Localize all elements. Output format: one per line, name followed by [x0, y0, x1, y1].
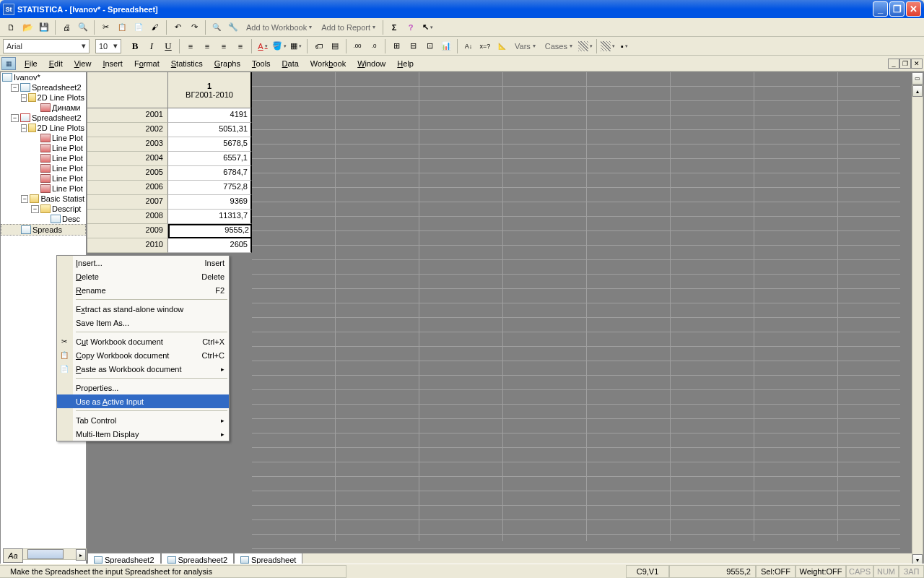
align-right-button[interactable]: [216, 38, 232, 54]
tree-item[interactable]: −Descript: [1, 204, 86, 214]
cm-save-as[interactable]: Save Item As...: [57, 316, 229, 329]
mdi-icon[interactable]: ▦: [1, 57, 16, 70]
tree-root[interactable]: Ivanov*: [1, 72, 86, 82]
decimals-inc-button[interactable]: .00: [349, 38, 365, 54]
tree-item[interactable]: Line Plot: [1, 133, 86, 143]
mdi-close-button[interactable]: ✕: [911, 59, 923, 69]
menu-workbook[interactable]: Workbook: [305, 57, 352, 70]
decimals-dec-button[interactable]: .0: [366, 38, 382, 54]
menu-edit[interactable]: Edit: [43, 57, 69, 70]
vertical-scrollbar[interactable]: ▴ ▾: [912, 85, 923, 566]
add-to-workbook-button[interactable]: Add to Workbook▾: [242, 20, 316, 35]
row-header[interactable]: 2002: [87, 123, 168, 137]
tree-item[interactable]: Line Plot: [1, 184, 86, 194]
row-header[interactable]: 2005: [87, 166, 168, 181]
insert-object-button[interactable]: 📊: [438, 38, 454, 54]
border-button[interactable]: ▦: [288, 38, 304, 54]
menu-insert[interactable]: Insert: [97, 57, 128, 70]
sheet-corner[interactable]: [87, 72, 168, 108]
tag-button[interactable]: 🏷: [310, 38, 326, 54]
menu-file[interactable]: File: [19, 57, 43, 70]
row-header[interactable]: 2003: [87, 137, 168, 152]
help-button[interactable]: [403, 20, 419, 35]
hatch1-button[interactable]: [578, 38, 593, 54]
open-button[interactable]: [19, 20, 35, 35]
paste-button[interactable]: [131, 20, 147, 35]
cm-tab-control[interactable]: Tab Control▸: [57, 413, 229, 427]
font-size-selector[interactable]: 10▾: [95, 39, 121, 53]
tree-item[interactable]: Desc: [1, 214, 86, 224]
hatch2-button[interactable]: [600, 38, 616, 54]
recalc-button[interactable]: x=?: [477, 38, 493, 54]
menu-view[interactable]: View: [69, 57, 97, 70]
tree-item[interactable]: Line Plot: [1, 173, 86, 184]
row-header[interactable]: 2008: [87, 210, 168, 224]
sort-button[interactable]: A↓: [461, 38, 476, 54]
cm-rename[interactable]: RenameF2: [57, 283, 229, 297]
print-button[interactable]: [58, 20, 74, 35]
cut-button[interactable]: [97, 20, 113, 35]
cm-paste[interactable]: 📄Paste as Workbook document▸: [57, 362, 229, 376]
menu-help[interactable]: Help: [391, 57, 419, 70]
font-selector[interactable]: Arial▾: [3, 39, 90, 53]
bold-button[interactable]: [127, 38, 143, 54]
more-button[interactable]: ▪: [616, 38, 632, 54]
cm-cut[interactable]: ✂Cut Workbook documentCtrl+X: [57, 335, 229, 348]
pointer-button[interactable]: [419, 20, 435, 35]
italic-button[interactable]: [144, 38, 160, 54]
cell[interactable]: 6784,7: [168, 166, 252, 181]
cell[interactable]: 9369: [168, 195, 252, 210]
font-preview-button[interactable]: Aa: [3, 548, 23, 563]
cell[interactable]: 9555,2: [168, 224, 252, 238]
tree-item[interactable]: Line Plot: [1, 143, 86, 153]
tree-item[interactable]: Line Plot: [1, 153, 86, 163]
column-header[interactable]: 1 ВГ2001-2010: [168, 72, 252, 108]
cell[interactable]: 4191: [168, 108, 252, 123]
row-header[interactable]: 2001: [87, 108, 168, 123]
tree-item[interactable]: Line Plot: [1, 163, 86, 173]
cm-insert[interactable]: Insert...Insert: [57, 256, 229, 269]
menu-data[interactable]: Data: [276, 57, 305, 70]
cell[interactable]: 6557,1: [168, 152, 252, 166]
undo-button[interactable]: [170, 20, 186, 35]
tree-item[interactable]: −2D Line Plots: [1, 123, 86, 133]
cell[interactable]: 7752,8: [168, 181, 252, 195]
mdi-minimize-button[interactable]: _: [888, 59, 899, 69]
tree-item[interactable]: Динами: [1, 103, 86, 113]
row-header[interactable]: 2004: [87, 152, 168, 166]
menu-tools[interactable]: Tools: [246, 57, 276, 70]
align-center-button[interactable]: [199, 38, 215, 54]
cm-extract[interactable]: Extract as stand-alone window: [57, 302, 229, 316]
cell[interactable]: 5051,31: [168, 123, 252, 137]
grid-button[interactable]: ▤: [327, 38, 343, 54]
menu-statistics[interactable]: Statistics: [165, 57, 209, 70]
macro-button[interactable]: [386, 20, 402, 35]
new-button[interactable]: [3, 20, 19, 35]
format-painter-button[interactable]: [147, 20, 163, 35]
row-header[interactable]: 2007: [87, 195, 168, 210]
underline-button[interactable]: U: [160, 38, 176, 54]
menu-graphs[interactable]: Graphs: [209, 57, 246, 70]
cm-properties[interactable]: Properties...: [57, 381, 229, 394]
minimize-button[interactable]: _: [873, 1, 888, 17]
cell[interactable]: 11313,7: [168, 210, 252, 224]
cases-button[interactable]: Cases▾: [541, 38, 577, 54]
align-left-button[interactable]: [183, 38, 199, 54]
merge-button[interactable]: [232, 38, 248, 54]
font-color-button[interactable]: A: [255, 38, 271, 54]
tree-item[interactable]: −Spreadsheet2: [1, 113, 86, 123]
add-to-report-button[interactable]: Add to Report▾: [317, 20, 380, 35]
cell[interactable]: 5678,5: [168, 137, 252, 152]
tree-item-selected[interactable]: Spreads: [1, 224, 86, 236]
zoom-button[interactable]: ⊡: [422, 38, 437, 54]
cm-multi-display[interactable]: Multi-Item Display▸: [57, 427, 229, 441]
tree-item[interactable]: −Basic Statist: [1, 194, 86, 204]
menu-window[interactable]: Window: [352, 57, 391, 70]
tree-item[interactable]: −2D Line Plots: [1, 92, 86, 103]
save-button[interactable]: [36, 20, 52, 35]
show-row-button[interactable]: ⊟: [405, 38, 421, 54]
replace-button[interactable]: 🔧: [225, 20, 241, 35]
maximize-button[interactable]: ❐: [889, 1, 905, 17]
row-header[interactable]: 2009: [87, 224, 168, 238]
cm-delete[interactable]: DeleteDelete: [57, 269, 229, 283]
